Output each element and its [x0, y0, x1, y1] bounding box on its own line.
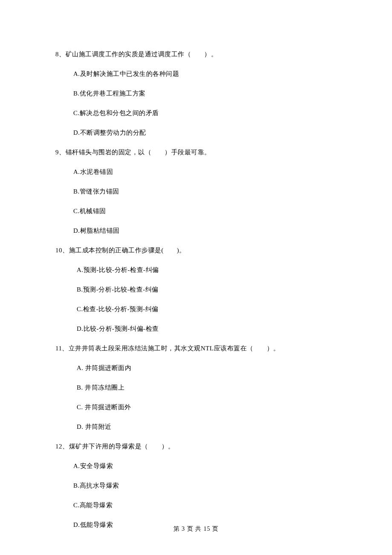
- question-9: 9、锚杆锚头与围岩的固定，以（ ）手段最可靠。 A.水泥卷锚固 B.管缝张力锚固…: [55, 147, 337, 236]
- option-a: A.水泥卷锚固: [73, 167, 337, 177]
- option-b: B.高抗水导爆索: [73, 480, 337, 491]
- option-d: D.比较-分析-预测-纠偏-检查: [77, 324, 337, 334]
- question-11: 11、立井井筒表土段采用冻结法施工时，其水文观NTL应该布置在（ ）。 A. 井…: [55, 343, 337, 432]
- question-stem: 10、施工成本控制的正确工作步骤是( )。: [55, 245, 337, 255]
- option-d: D.树脂粘结锚固: [73, 225, 337, 236]
- option-b: B.管缝张力锚固: [73, 186, 337, 197]
- option-c: C.解决总包和分包之间的矛盾: [73, 108, 337, 118]
- option-c: C.机械锚固: [73, 206, 337, 216]
- question-8: 8、矿山施工调度工作的实质是通过调度工作（ ）。 A.及时解决施工中已发生的各种…: [55, 49, 337, 138]
- question-stem: 9、锚杆锚头与围岩的固定，以（ ）手段最可靠。: [55, 147, 337, 157]
- option-a: A.安全导爆索: [73, 461, 337, 471]
- option-b: B.预测-分析-比较-检查-纠偏: [77, 284, 337, 295]
- page-footer: 第 3 页 共 15 页: [0, 525, 392, 533]
- question-stem: 12、煤矿井下许用的导爆索是（ ）。: [55, 441, 337, 451]
- question-12: 12、煤矿井下许用的导爆索是（ ）。 A.安全导爆索 B.高抗水导爆索 C.高能…: [55, 441, 337, 530]
- question-stem: 8、矿山施工调度工作的实质是通过调度工作（ ）。: [55, 49, 337, 59]
- option-d: D.不断调整劳动力的分配: [73, 127, 337, 138]
- option-a: A.及时解决施工中已发生的各种问题: [73, 69, 337, 79]
- option-d: D. 井筒附近: [77, 422, 337, 432]
- option-a: A. 井筒掘进断面内: [77, 363, 337, 373]
- option-a: A.预测-比较-分析-检查-纠偏: [77, 265, 337, 275]
- option-b: B.优化井巷工程施工方案: [73, 88, 337, 98]
- option-c: C.检查-比较-分析-预测-纠偏: [77, 304, 337, 314]
- option-b: B. 井筒冻结圈上: [77, 382, 337, 393]
- question-stem: 11、立井井筒表土段采用冻结法施工时，其水文观NTL应该布置在（ ）。: [55, 343, 337, 353]
- document-content: 8、矿山施工调度工作的实质是通过调度工作（ ）。 A.及时解决施工中已发生的各种…: [0, 0, 392, 530]
- question-10: 10、施工成本控制的正确工作步骤是( )。 A.预测-比较-分析-检查-纠偏 B…: [55, 245, 337, 334]
- option-c: C.高能导爆索: [73, 500, 337, 510]
- option-c: C. 井筒掘进断面外: [77, 402, 337, 412]
